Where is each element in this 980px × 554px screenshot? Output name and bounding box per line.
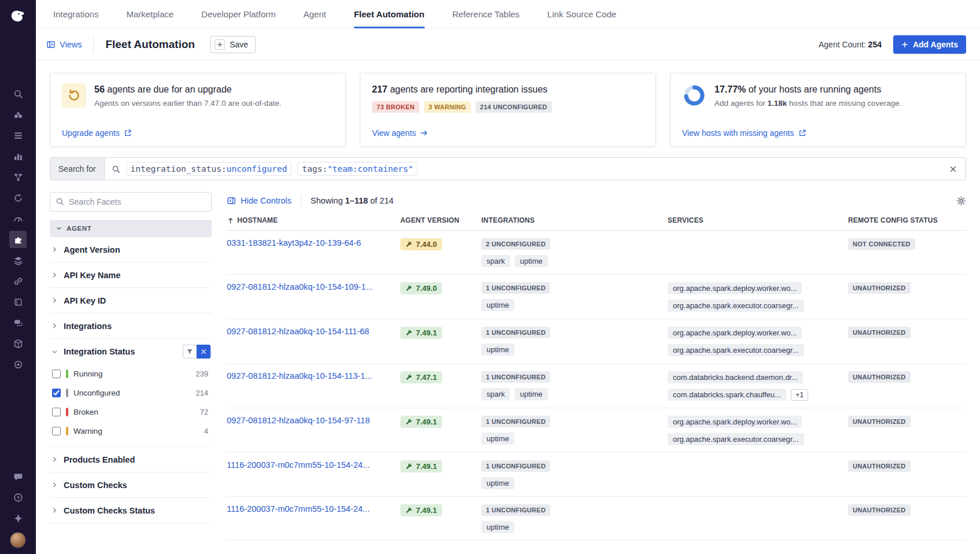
metrics-icon[interactable] bbox=[9, 147, 27, 165]
service-pill[interactable]: org.apache.spark.deploy.worker.wo... bbox=[668, 327, 802, 339]
broken-checkbox[interactable] bbox=[52, 408, 61, 416]
table-row[interactable]: 0927-081812-hlzaa0kq-10-154-113-1... 7.4… bbox=[227, 364, 966, 408]
user-avatar[interactable] bbox=[10, 532, 26, 548]
service-pill[interactable]: org.apache.spark.executor.coarsegr... bbox=[668, 433, 804, 445]
integration-pill[interactable]: uptime bbox=[481, 433, 514, 445]
facet-custom-checks-status[interactable]: Custom Checks Status bbox=[50, 498, 212, 523]
hostname-link[interactable]: 0927-081812-hlzaa0kq-10-154-111-68 bbox=[227, 327, 369, 336]
nav-item-developer-platform[interactable]: Developer Platform bbox=[201, 0, 275, 28]
help-icon[interactable] bbox=[9, 489, 27, 506]
views-button[interactable]: Views bbox=[46, 40, 82, 49]
unconfigured-checkbox[interactable] bbox=[52, 389, 61, 397]
facet-group-agent[interactable]: AGENT bbox=[50, 220, 212, 237]
nav-item-link-source-code[interactable]: Link Source Code bbox=[547, 0, 616, 28]
header-hostname[interactable]: HOSTNAME bbox=[227, 216, 400, 224]
query-token-integration-status[interactable]: integration_status:unconfigured bbox=[126, 162, 292, 176]
warning-checkbox[interactable] bbox=[52, 427, 61, 435]
facet-api-key-id[interactable]: API Key ID bbox=[50, 288, 212, 313]
hostname-link[interactable]: 0927-081812-hlzaa0kq-10-154-109-1... bbox=[227, 282, 373, 291]
upgrade-agents-link[interactable]: Upgrade agents bbox=[62, 128, 334, 138]
nav-item-fleet-automation[interactable]: Fleet Automation bbox=[354, 0, 425, 28]
wrench-icon bbox=[406, 463, 412, 470]
hostname-link[interactable]: 1116-200037-m0c7mm55-10-154-24... bbox=[227, 504, 370, 514]
docs-icon[interactable] bbox=[9, 293, 27, 311]
facet-option-running[interactable]: Running 239 bbox=[50, 364, 212, 383]
facet-products-enabled[interactable]: Products Enabled bbox=[50, 447, 212, 472]
notebook-icon[interactable] bbox=[9, 127, 27, 144]
save-button[interactable]: Save bbox=[210, 36, 256, 53]
sidebar bbox=[0, 0, 36, 554]
view-agents-link[interactable]: View agents bbox=[372, 128, 644, 138]
integration-pill[interactable]: uptime bbox=[515, 255, 548, 267]
nav-item-marketplace[interactable]: Marketplace bbox=[126, 0, 174, 28]
clear-search-icon[interactable] bbox=[949, 165, 957, 173]
hide-controls-button[interactable]: Hide Controls bbox=[227, 196, 292, 205]
watchdog-icon[interactable] bbox=[9, 106, 27, 123]
facet-search-input[interactable] bbox=[50, 192, 212, 212]
monitoring-icon[interactable] bbox=[9, 356, 27, 373]
header-services[interactable]: SERVICES bbox=[668, 216, 848, 224]
facet-integration-status[interactable]: Integration Status bbox=[50, 339, 212, 364]
query-token-tags[interactable]: tags:"team:containers" bbox=[297, 162, 418, 176]
nav-item-reference-tables[interactable]: Reference Tables bbox=[452, 0, 520, 28]
integration-pill[interactable]: uptime bbox=[481, 344, 514, 356]
integration-pill[interactable]: spark bbox=[481, 255, 510, 267]
table-row[interactable]: 0927-081812-hlzaa0kq-10-154-97-118 7.49.… bbox=[227, 408, 966, 453]
hostname-link[interactable]: 1116-200037-m0c7mm55-10-154-24... bbox=[227, 460, 370, 470]
facet-option-broken[interactable]: Broken 72 bbox=[50, 402, 212, 422]
header-integrations[interactable]: INTEGRATIONS bbox=[481, 216, 668, 224]
running-checkbox[interactable] bbox=[52, 370, 61, 378]
integration-pill[interactable]: uptime bbox=[481, 477, 514, 489]
workflows-icon[interactable] bbox=[9, 314, 27, 331]
facet-option-warning[interactable]: Warning 4 bbox=[50, 422, 212, 441]
datadog-logo[interactable] bbox=[6, 5, 30, 28]
search-icon[interactable] bbox=[9, 85, 27, 102]
table-row[interactable]: 0927-081812-hlzaa0kq-10-154-109-1... 7.4… bbox=[227, 275, 966, 319]
chevron-right-icon bbox=[51, 456, 58, 463]
service-pill[interactable]: com.databricks.backend.daemon.dr... bbox=[668, 371, 803, 383]
service-map-icon[interactable] bbox=[9, 272, 27, 290]
chat-icon[interactable] bbox=[9, 468, 27, 485]
network-icon[interactable] bbox=[9, 168, 27, 186]
integration-pill[interactable]: spark bbox=[481, 388, 510, 400]
facet-clear-filter-button[interactable] bbox=[197, 345, 211, 359]
nav-item-integrations[interactable]: Integrations bbox=[53, 0, 98, 28]
table-settings-gear-icon[interactable] bbox=[956, 196, 966, 206]
integration-pill[interactable]: uptime bbox=[515, 388, 548, 400]
service-pill[interactable]: com.databricks.spark.chauffeu... bbox=[668, 389, 786, 401]
table-row[interactable]: 0331-183821-kayt3p4z-10-139-64-6 7.44.0 … bbox=[227, 231, 966, 275]
header-agent-version[interactable]: AGENT VERSION bbox=[400, 216, 481, 224]
facet-integrations[interactable]: Integrations bbox=[50, 313, 212, 339]
synthetics-icon[interactable] bbox=[9, 189, 27, 206]
more-services-pill[interactable]: +1 bbox=[791, 389, 808, 401]
hostname-link[interactable]: 0927-081812-hlzaa0kq-10-154-113-1... bbox=[227, 371, 372, 381]
header-remote-config-status[interactable]: REMOTE CONFIG STATUS bbox=[848, 216, 966, 224]
nav-item-agent[interactable]: Agent bbox=[303, 0, 326, 28]
facet-filter-button[interactable] bbox=[183, 345, 197, 359]
view-missing-hosts-link[interactable]: View hosts with missing agents bbox=[682, 128, 954, 138]
table-row[interactable]: 0927-081812-hlzaa0kq-10-154-111-68 7.49.… bbox=[227, 319, 966, 364]
table-row[interactable]: 1116-200037-m0c7mm55-10-154-24... 7.49.1… bbox=[227, 453, 966, 497]
integration-pill[interactable]: uptime bbox=[481, 521, 514, 533]
package-icon[interactable] bbox=[9, 335, 27, 352]
facet-custom-checks[interactable]: Custom Checks bbox=[50, 472, 212, 498]
service-pill[interactable]: org.apache.spark.executor.coarsegr... bbox=[668, 300, 804, 312]
facet-option-unconfigured[interactable]: Unconfigured 214 bbox=[50, 383, 212, 402]
fleet-automation-icon[interactable] bbox=[9, 231, 27, 248]
query-search-bar[interactable]: Search for integration_status:unconfigur… bbox=[50, 157, 966, 180]
controls-separator bbox=[301, 195, 301, 206]
apm-icon[interactable] bbox=[9, 210, 27, 227]
facet-agent-version[interactable]: Agent Version bbox=[50, 237, 212, 263]
logs-icon[interactable] bbox=[9, 252, 27, 269]
service-pill[interactable]: org.apache.spark.executor.coarsegr... bbox=[668, 344, 804, 356]
hostname-link[interactable]: 0927-081812-hlzaa0kq-10-154-97-118 bbox=[227, 416, 370, 425]
search-icon bbox=[56, 197, 64, 206]
facet-api-key-name[interactable]: API Key Name bbox=[50, 263, 212, 288]
service-pill[interactable]: org.apache.spark.deploy.worker.wo... bbox=[668, 282, 802, 294]
whats-new-icon[interactable] bbox=[9, 509, 27, 527]
add-agents-button[interactable]: Add Agents bbox=[893, 35, 966, 54]
service-pill[interactable]: org.apache.spark.deploy.worker.wo... bbox=[668, 416, 802, 428]
integration-pill[interactable]: uptime bbox=[481, 299, 514, 311]
table-row[interactable]: 1116-200037-m0c7mm55-10-154-24... 7.49.1… bbox=[227, 497, 966, 541]
hostname-link[interactable]: 0331-183821-kayt3p4z-10-139-64-6 bbox=[227, 238, 361, 248]
